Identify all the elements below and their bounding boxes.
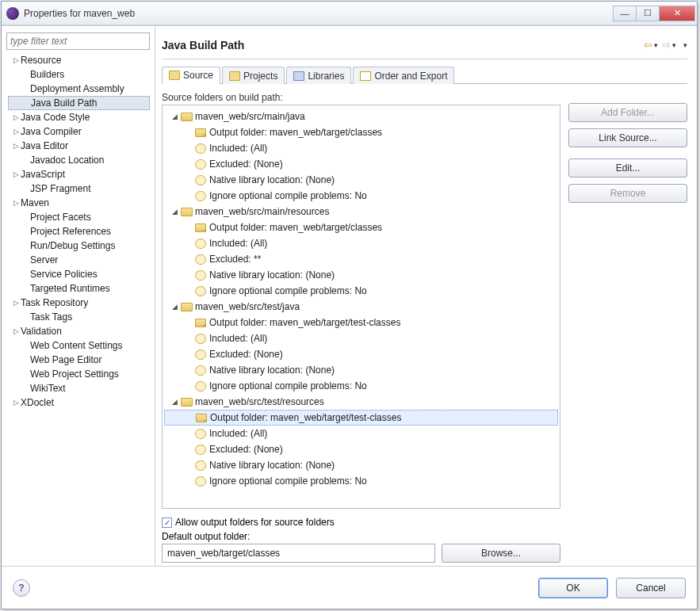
nav-item[interactable]: Project Facets — [8, 210, 150, 224]
tree-label: Ignore optional compile problems: No — [209, 190, 367, 201]
expand-icon: ▷ — [11, 128, 21, 136]
nav-item[interactable]: ▷XDoclet — [8, 395, 150, 410]
back-menu-icon[interactable]: ▾ — [654, 41, 658, 49]
source-folder[interactable]: ◢maven_web/src/test/java — [164, 299, 558, 315]
maximize-button[interactable]: ☐ — [636, 6, 660, 21]
native-lib[interactable]: Native library location: (None) — [164, 267, 558, 283]
default-output-label: Default output folder: — [162, 531, 560, 542]
nav-item[interactable]: Service Policies — [8, 267, 150, 281]
output-folder[interactable]: Output folder: maven_web/target/test-cla… — [164, 315, 558, 330]
nav-item[interactable]: Task Tags — [8, 310, 150, 324]
tab-icon — [229, 71, 240, 81]
ic-fld-icon — [180, 396, 193, 407]
ignore-problems[interactable]: Ignore optional compile problems: No — [164, 473, 558, 489]
source-folder[interactable]: ◢maven_web/src/test/resources — [164, 394, 558, 410]
view-menu-icon[interactable]: ▾ — [683, 41, 687, 49]
add-folder-button[interactable]: Add Folder... — [568, 103, 687, 122]
ignore-problems[interactable]: Ignore optional compile problems: No — [164, 188, 558, 204]
edit-button[interactable]: Edit... — [568, 158, 687, 178]
remove-button[interactable]: Remove — [568, 184, 687, 203]
nav-item[interactable]: Javadoc Location — [8, 153, 150, 167]
included-filter[interactable]: Included: (All) — [164, 330, 558, 346]
tab-label: Order and Export — [374, 71, 447, 82]
expand-icon: ▷ — [11, 56, 21, 64]
nav-item-label: Java Build Path — [31, 97, 97, 109]
close-button[interactable]: ✕ — [659, 6, 695, 21]
nav-item[interactable]: Builders — [8, 67, 150, 82]
tree-label: Included: (All) — [209, 238, 267, 249]
nav-item[interactable]: Server — [8, 253, 150, 267]
cancel-button[interactable]: Cancel — [616, 578, 686, 598]
source-folder[interactable]: ◢maven_web/src/main/java — [164, 109, 558, 124]
nav-item[interactable]: Web Project Settings — [8, 367, 150, 381]
allow-output-checkbox[interactable]: ✓ — [162, 517, 172, 528]
included-filter[interactable]: Included: (All) — [164, 426, 558, 441]
nav-item-label: Task Tags — [30, 311, 72, 323]
tab-icon — [293, 71, 304, 81]
ok-button[interactable]: OK — [538, 578, 608, 598]
nav-item[interactable]: Project References — [8, 224, 150, 239]
ignore-problems[interactable]: Ignore optional compile problems: No — [164, 378, 558, 394]
expand-icon: ▷ — [11, 142, 21, 150]
ignore-problems[interactable]: Ignore optional compile problems: No — [164, 283, 558, 299]
link-source-button[interactable]: Link Source... — [568, 128, 687, 147]
filter-input[interactable] — [6, 32, 150, 50]
nav-item[interactable]: Java Build Path — [8, 96, 150, 110]
excluded-filter[interactable]: Excluded: (None) — [164, 156, 558, 172]
tab-order-and-export[interactable]: Order and Export — [353, 67, 454, 84]
nav-item[interactable]: ▷Java Editor — [8, 139, 150, 153]
output-folder[interactable]: Output folder: maven_web/target/classes — [164, 124, 558, 140]
tab-source[interactable]: Source — [162, 67, 220, 84]
excluded-filter[interactable]: Excluded: ** — [164, 251, 558, 267]
minimize-button[interactable]: — — [613, 6, 637, 21]
native-lib[interactable]: Native library location: (None) — [164, 172, 558, 188]
tab-projects[interactable]: Projects — [222, 67, 285, 84]
button-column: Add Folder... Link Source... Edit... Rem… — [568, 89, 687, 566]
excluded-filter[interactable]: Excluded: (None) — [164, 441, 558, 457]
source-folder[interactable]: ◢maven_web/src/main/resources — [164, 204, 558, 220]
tree-label: Output folder: maven_web/target/classes — [209, 222, 382, 233]
nav-item-label: Task Repository — [21, 297, 88, 308]
nav-item[interactable]: ▷JavaScript — [8, 167, 150, 181]
nav-item[interactable]: JSP Fragment — [8, 181, 150, 196]
included-filter[interactable]: Included: (All) — [164, 140, 558, 156]
nav-item[interactable]: ▷Resource — [8, 53, 150, 67]
nav-item[interactable]: Deployment Assembly — [8, 82, 150, 96]
nav-item[interactable]: Targeted Runtimes — [8, 281, 150, 296]
ic-out-icon — [195, 412, 208, 423]
default-output-input[interactable] — [162, 544, 435, 563]
nav-item[interactable]: ▷Validation — [8, 324, 150, 338]
forward-icon[interactable]: ⇨ — [660, 40, 671, 51]
ic-nat-icon — [194, 460, 207, 471]
excluded-filter[interactable]: Excluded: (None) — [164, 346, 558, 362]
source-tab-body: Source folders on build path: ◢maven_web… — [162, 84, 687, 566]
nav-item[interactable]: Run/Debug Settings — [8, 239, 150, 253]
tab-label: Libraries — [308, 71, 344, 82]
browse-button[interactable]: Browse... — [442, 544, 560, 563]
native-lib[interactable]: Native library location: (None) — [164, 457, 558, 473]
ic-out-icon — [194, 222, 207, 233]
source-tree[interactable]: ◢maven_web/src/main/javaOutput folder: m… — [162, 105, 560, 509]
nav-item[interactable]: ▷Maven — [8, 196, 150, 210]
forward-menu-icon[interactable]: ▾ — [672, 41, 676, 49]
nav-item[interactable]: Web Page Editor — [8, 353, 150, 367]
output-folder[interactable]: Output folder: maven_web/target/classes — [164, 220, 558, 235]
tree-label: Native library location: (None) — [209, 174, 335, 185]
nav-item-label: Maven — [21, 197, 49, 208]
nav-item[interactable]: WikiText — [8, 381, 150, 395]
help-icon[interactable]: ? — [13, 579, 30, 597]
output-folder[interactable]: Output folder: maven_web/target/test-cla… — [164, 410, 558, 426]
nav-item[interactable]: ▷Java Code Style — [8, 110, 150, 124]
nav-tree[interactable]: ▷ResourceBuildersDeployment AssemblyJava… — [8, 53, 150, 410]
native-lib[interactable]: Native library location: (None) — [164, 362, 558, 378]
back-icon[interactable]: ⇦ — [642, 40, 653, 51]
nav-item-label: Javadoc Location — [30, 155, 104, 166]
nav-item[interactable]: ▷Task Repository — [8, 296, 150, 310]
tab-libraries[interactable]: Libraries — [286, 67, 351, 84]
expand-icon: ▷ — [11, 170, 21, 178]
included-filter[interactable]: Included: (All) — [164, 235, 558, 251]
expand-icon: ▷ — [11, 199, 21, 207]
nav-item[interactable]: Web Content Settings — [8, 338, 150, 353]
nav-item[interactable]: ▷Java Compiler — [8, 124, 150, 139]
tree-label: Output folder: maven_web/target/classes — [209, 127, 382, 138]
